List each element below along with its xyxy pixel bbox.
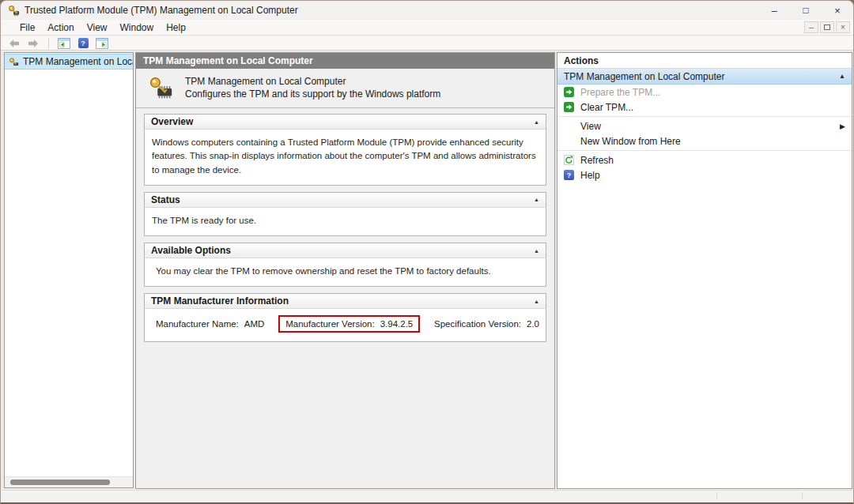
- field-value: 3.94.2.5: [380, 319, 414, 329]
- mdi-window-controls: – ×: [804, 21, 853, 33]
- collapse-icon[interactable]: ▲: [534, 119, 539, 125]
- section-tpm-manufacturer-information: TPM Manufacturer Information ▲ Manufactu…: [144, 293, 546, 342]
- minimize-button[interactable]: –: [758, 1, 790, 20]
- menu-view[interactable]: View: [81, 21, 114, 35]
- window-title: Trusted Platform Module (TPM) Management…: [25, 5, 298, 16]
- mdi-restore-button[interactable]: [820, 21, 834, 33]
- action-label: View: [580, 121, 601, 132]
- green-arrow-icon: [563, 87, 575, 97]
- show-hide-console-tree-icon[interactable]: [57, 37, 71, 50]
- action-help[interactable]: ? Help: [557, 167, 852, 182]
- console-banner: TPM Management on Local Computer Configu…: [136, 69, 554, 108]
- field-label: Specification Version:: [434, 319, 521, 329]
- tree-item-tpm-management[interactable]: TPM Management on Local Compu: [5, 54, 133, 70]
- status-divider: [716, 492, 717, 499]
- close-button[interactable]: ×: [822, 1, 853, 20]
- console-content: Overview ▲ Windows computers containing …: [136, 108, 554, 488]
- section-overview: Overview ▲ Windows computers containing …: [144, 114, 546, 186]
- tpm-key-icon: [8, 5, 20, 17]
- help-icon: ?: [563, 170, 575, 180]
- section-status-header[interactable]: Status ▲: [145, 193, 546, 208]
- tree-key-icon: [9, 57, 19, 67]
- menu-file[interactable]: File: [13, 21, 41, 35]
- section-overview-body: Windows computers containing a Trusted P…: [145, 130, 546, 185]
- banner-title: TPM Management on Local Computer: [185, 76, 440, 88]
- field-label: Manufacturer Name:: [156, 319, 239, 329]
- console-result-panel: TPM Management on Local Computer TPM Man…: [135, 52, 555, 489]
- forward-arrow-icon[interactable]: [26, 37, 40, 50]
- actions-panel: Actions TPM Management on Local Computer…: [557, 52, 852, 489]
- tpm-banner-icon: [149, 76, 174, 101]
- actions-group-label: TPM Management on Local Computer: [564, 71, 724, 82]
- mmc-window: Trusted Platform Module (TPM) Management…: [0, 0, 854, 504]
- section-title: Overview: [151, 116, 193, 127]
- menu-window[interactable]: Window: [114, 21, 161, 35]
- action-label: Help: [580, 170, 600, 181]
- collapse-icon[interactable]: ▲: [534, 248, 539, 254]
- collapse-icon[interactable]: ▲: [839, 73, 845, 80]
- action-label: New Window from Here: [580, 136, 681, 147]
- action-label: Prepare the TPM...: [580, 87, 660, 98]
- action-label: Clear TPM...: [580, 102, 633, 113]
- specification-version-field: Specification Version:2.0: [434, 319, 539, 329]
- section-available-options-body: You may clear the TPM to remove ownershi…: [145, 258, 546, 286]
- action-label: Refresh: [580, 155, 614, 166]
- menu-action[interactable]: Action: [41, 21, 80, 35]
- actions-group-header[interactable]: TPM Management on Local Computer ▲: [557, 69, 852, 85]
- collapse-icon[interactable]: ▲: [534, 299, 539, 304]
- mdi-close-button[interactable]: ×: [836, 21, 850, 33]
- console-header: TPM Management on Local Computer: [136, 53, 554, 69]
- manufacturer-name-field: Manufacturer Name:AMD: [156, 319, 264, 329]
- submenu-arrow-icon: ▶: [840, 122, 847, 130]
- action-prepare-the-tpm[interactable]: Prepare the TPM...: [557, 85, 852, 100]
- mdi-minimize-button[interactable]: –: [804, 21, 818, 33]
- collapse-icon[interactable]: ▲: [534, 197, 539, 202]
- field-label: Manufacturer Version:: [285, 319, 375, 329]
- section-overview-header[interactable]: Overview ▲: [145, 115, 546, 130]
- section-title: Available Options: [151, 245, 231, 256]
- field-value: 2.0: [527, 319, 539, 329]
- section-status: Status ▲ The TPM is ready for use.: [144, 192, 546, 236]
- window-controls: – □ ×: [758, 1, 853, 20]
- manufacturer-version-field-highlight-box: Manufacturer Version:3.94.2.5: [278, 315, 420, 333]
- console-tree-panel: TPM Management on Local Compu: [4, 52, 134, 488]
- section-available-options: Available Options ▲ You may clear the TP…: [144, 243, 546, 287]
- action-new-window-from-here[interactable]: New Window from Here: [557, 134, 852, 149]
- actions-panel-title: Actions: [557, 53, 852, 69]
- status-divider: [802, 492, 803, 499]
- restore-icon: [824, 24, 830, 30]
- green-arrow-icon: [563, 102, 575, 112]
- action-refresh[interactable]: Refresh: [557, 152, 852, 167]
- section-manufacturer-header[interactable]: TPM Manufacturer Information ▲: [145, 294, 546, 309]
- scrollbar-thumb[interactable]: [10, 480, 110, 485]
- toolbar: ?: [1, 36, 853, 51]
- workspace: TPM Management on Local Compu TPM Manage…: [1, 51, 853, 489]
- action-view[interactable]: View ▶: [557, 118, 852, 134]
- status-bar: [2, 490, 852, 501]
- actions-separator: [557, 116, 852, 117]
- toolbar-separator: [48, 38, 49, 49]
- menu-help[interactable]: Help: [160, 21, 192, 35]
- tree-item-label: TPM Management on Local Compu: [23, 56, 133, 67]
- show-hide-action-pane-icon[interactable]: [95, 37, 109, 50]
- title-bar: Trusted Platform Module (TPM) Management…: [1, 1, 853, 20]
- refresh-icon: [563, 155, 575, 165]
- action-clear-tpm[interactable]: Clear TPM...: [557, 100, 852, 115]
- field-value: AMD: [244, 319, 265, 329]
- maximize-button[interactable]: □: [790, 1, 822, 20]
- help-icon[interactable]: ?: [76, 37, 90, 50]
- section-title: TPM Manufacturer Information: [151, 295, 289, 307]
- manufacturer-fields-row: Manufacturer Name:AMD Manufacturer Versi…: [145, 309, 546, 341]
- actions-separator: [557, 150, 852, 151]
- section-title: Status: [151, 194, 180, 205]
- section-available-options-header[interactable]: Available Options ▲: [145, 243, 546, 258]
- back-arrow-icon[interactable]: [7, 37, 21, 50]
- section-status-body: The TPM is ready for use.: [145, 208, 546, 235]
- banner-subtitle: Configures the TPM and its support by th…: [185, 88, 440, 101]
- menu-bar: File Action View Window Help – ×: [1, 20, 853, 36]
- tree-horizontal-scrollbar[interactable]: [5, 476, 133, 487]
